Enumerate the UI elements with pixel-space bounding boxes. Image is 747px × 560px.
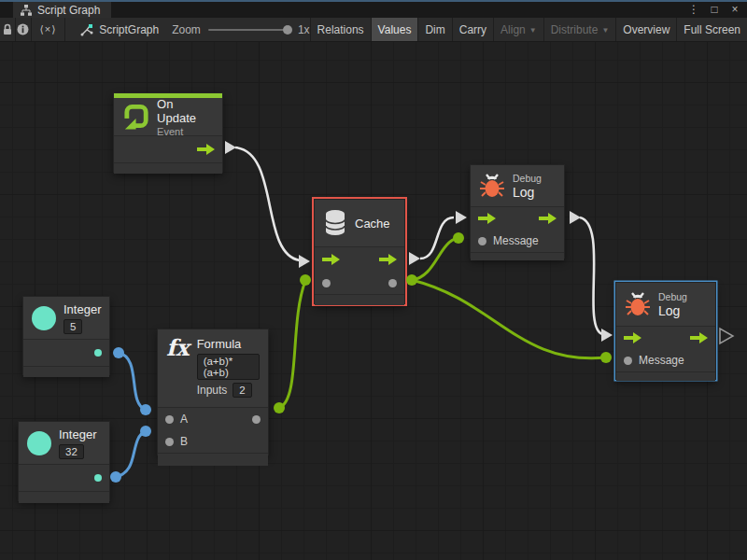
message-input-port[interactable] [624, 357, 632, 365]
result-output-port[interactable] [252, 415, 261, 424]
window-accent-line [0, 0, 747, 2]
integer-value-field[interactable]: 32 [59, 444, 84, 459]
inputs-count-field[interactable]: 2 [233, 383, 251, 398]
chevron-down-icon: ▼ [529, 26, 537, 35]
carry-button[interactable]: Carry [452, 18, 493, 41]
lock-icon [2, 23, 13, 35]
dim-button[interactable]: Dim [417, 18, 451, 41]
window-close-button[interactable]: × [726, 1, 743, 17]
node-debug-log-1[interactable]: Debug Log Message [470, 164, 565, 259]
node-subtitle: Event [157, 126, 214, 137]
flow-output-port[interactable] [379, 254, 397, 265]
bug-icon [625, 291, 651, 317]
values-button[interactable]: Values [371, 18, 418, 41]
node-header: Integer 5 [23, 297, 109, 339]
zoom-control: Zoom 1x [172, 18, 309, 41]
graph-breadcrumb[interactable]: ScriptGraph [80, 18, 159, 41]
node-footer [158, 453, 268, 466]
info-button[interactable] [16, 18, 32, 41]
node-title: On Update [157, 97, 214, 125]
node-title: Integer [63, 302, 101, 316]
input-a-label: A [180, 413, 188, 426]
code-view-button[interactable]: ⟨×⟩ [32, 18, 65, 41]
graph-name: ScriptGraph [99, 23, 159, 36]
node-title: Formula [197, 337, 260, 351]
flow-output-port[interactable] [690, 332, 708, 343]
zoom-slider[interactable] [208, 29, 290, 31]
integer-type-icon [32, 306, 56, 330]
lock-button[interactable] [0, 18, 16, 41]
value-output-port[interactable] [388, 279, 397, 287]
input-b-port[interactable] [165, 438, 174, 446]
node-title: Log [513, 185, 542, 200]
close-icon: × [731, 3, 738, 16]
code-view-label: ⟨×⟩ [40, 23, 57, 35]
node-footer [315, 294, 404, 305]
node-footer [471, 252, 564, 260]
inputs-label: Inputs [197, 384, 228, 397]
zoom-slider-handle[interactable] [283, 25, 292, 35]
node-formula[interactable]: fx Formula (a+b)*(a+b) Inputs 2 A B [157, 329, 269, 455]
graph-tab-icon [21, 5, 32, 16]
full-screen-button[interactable]: Full Screen [676, 18, 747, 41]
node-footer [19, 491, 109, 503]
flow-input-port[interactable] [478, 213, 496, 224]
input-a-port[interactable] [165, 415, 174, 424]
distribute-dropdown[interactable]: Distribute ▼ [543, 18, 616, 41]
value-output-port[interactable] [94, 349, 102, 357]
node-debug-log-2[interactable]: Debug Log Message [615, 282, 716, 380]
value-input-port[interactable] [322, 279, 331, 287]
window-menu-button[interactable]: ⋮ [685, 1, 702, 17]
node-title: Integer [59, 427, 96, 441]
update-loop-icon [122, 103, 149, 131]
node-header: Integer 32 [19, 422, 109, 464]
node-footer [616, 371, 715, 381]
flow-output-port[interactable] [539, 213, 557, 224]
overview-button[interactable]: Overview [615, 18, 676, 41]
integer-type-icon [27, 431, 51, 455]
window-maximize-button[interactable]: □ [706, 1, 723, 17]
maximize-icon: □ [711, 3, 717, 16]
node-cache[interactable]: Cache [314, 199, 405, 304]
node-on-update[interactable]: On Update Event [113, 92, 223, 173]
formula-expression-field[interactable]: (a+b)*(a+b) [197, 354, 260, 380]
node-integer-1[interactable]: Integer 5 [22, 296, 110, 375]
node-header: Debug Log [616, 283, 715, 326]
flow-input-port[interactable] [624, 332, 641, 343]
align-dropdown[interactable]: Align ▼ [493, 18, 543, 41]
integer-value-field[interactable]: 5 [63, 319, 82, 334]
tab-script-graph[interactable]: Script Graph [13, 2, 111, 18]
node-header: Debug Log [471, 165, 564, 206]
node-footer [23, 366, 109, 377]
message-port-label: Message [493, 234, 539, 247]
input-b-label: B [180, 435, 188, 448]
script-graph-icon [80, 23, 93, 36]
message-port-label: Message [639, 354, 684, 367]
window-titlebar[interactable]: Script Graph ⋮ □ × [0, 0, 747, 18]
graph-toolbar: ⟨×⟩ ScriptGraph Zoom 1x Relations Values… [0, 18, 747, 42]
node-kind: Debug [513, 173, 542, 184]
node-header: On Update Event [114, 98, 222, 135]
node-header: Cache [315, 200, 404, 246]
database-icon [323, 209, 347, 237]
formula-fx-icon: fx [166, 337, 190, 359]
zoom-label: Zoom [172, 23, 201, 36]
toolbar-button-group: Relations Values Dim Carry Align ▼ Distr… [310, 18, 747, 41]
info-icon [17, 23, 29, 35]
kebab-menu-icon: ⋮ [688, 3, 699, 16]
zoom-value: 1x [298, 23, 310, 36]
node-title: Cache [355, 217, 390, 231]
bug-icon [479, 173, 505, 199]
chevron-down-icon: ▼ [601, 26, 609, 35]
node-title: Log [658, 303, 687, 318]
value-output-port[interactable] [94, 474, 102, 482]
relations-button[interactable]: Relations [310, 18, 371, 41]
flow-input-port[interactable] [322, 254, 340, 265]
tab-title: Script Graph [37, 4, 100, 17]
node-footer [114, 162, 222, 174]
flow-output-port[interactable] [197, 144, 215, 155]
message-input-port[interactable] [478, 237, 486, 245]
node-header: fx Formula (a+b)*(a+b) Inputs 2 [158, 329, 268, 407]
node-integer-2[interactable]: Integer 32 [18, 421, 110, 501]
node-kind: Debug [658, 291, 687, 302]
